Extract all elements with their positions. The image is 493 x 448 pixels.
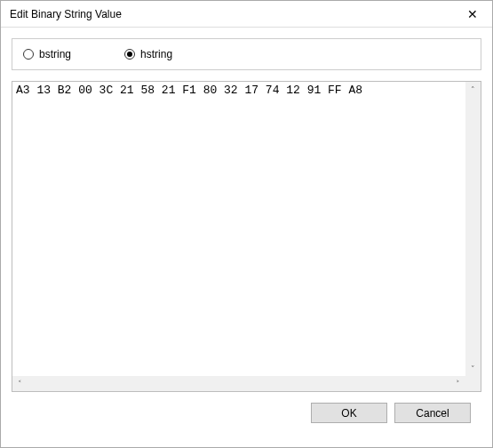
radio-hstring-indicator: [124, 49, 135, 60]
close-icon: ✕: [467, 7, 478, 21]
window-title: Edit Binary String Value: [10, 8, 122, 20]
dialog-content: bstring hstring ˄ ˅ ˂ ˃ OK Cancel: [1, 28, 492, 434]
radio-bstring-label: bstring: [39, 48, 71, 60]
scroll-left-button[interactable]: ˂: [12, 376, 28, 391]
scroll-corner: [465, 376, 481, 391]
close-button[interactable]: ✕: [452, 1, 492, 28]
chevron-left-icon: ˂: [18, 380, 22, 388]
radio-hstring-label: hstring: [140, 48, 172, 60]
vertical-scrollbar[interactable]: ˄ ˅: [465, 82, 481, 376]
ok-button[interactable]: OK: [311, 403, 387, 423]
chevron-right-icon: ˃: [456, 380, 460, 388]
radio-bstring-indicator: [23, 49, 34, 60]
scroll-right-button[interactable]: ˃: [450, 376, 465, 391]
chevron-up-icon: ˄: [471, 85, 475, 94]
value-textarea[interactable]: [12, 82, 465, 376]
radio-hstring[interactable]: hstring: [124, 48, 172, 60]
value-editor-wrap: ˄ ˅ ˂ ˃: [12, 81, 481, 392]
dialog-footer: OK Cancel: [12, 392, 481, 423]
horizontal-scrollbar[interactable]: ˂ ˃: [12, 376, 465, 391]
chevron-down-icon: ˅: [471, 364, 475, 373]
format-group: bstring hstring: [12, 38, 481, 70]
title-bar: Edit Binary String Value ✕: [1, 1, 492, 28]
scroll-up-button[interactable]: ˄: [465, 82, 481, 97]
scroll-down-button[interactable]: ˅: [465, 361, 481, 376]
cancel-button[interactable]: Cancel: [394, 403, 471, 423]
radio-bstring[interactable]: bstring: [23, 48, 71, 60]
